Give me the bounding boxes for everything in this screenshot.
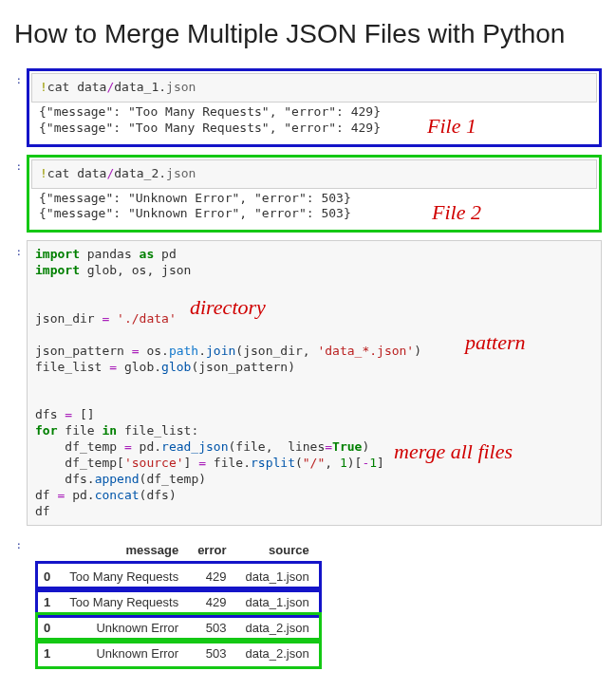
file1-box: !cat data/data_1.json {"message": "Too M… bbox=[27, 68, 602, 147]
file2-box: !cat data/data_2.json {"message": "Unkno… bbox=[27, 155, 602, 233]
code-output-2: {"message": "Unknown Error", "error": 50… bbox=[31, 189, 597, 229]
output-table: message error source 0Too Many Requests4… bbox=[38, 537, 319, 666]
table-header-row: message error source bbox=[38, 537, 319, 564]
annotation-file1: File 1 bbox=[427, 114, 476, 139]
output-cell: : message error source 0Too Many Request… bbox=[14, 533, 602, 666]
col-message: message bbox=[60, 537, 188, 564]
prompt-marker: : bbox=[14, 155, 22, 233]
table-row: 1Too Many Requests429data_1.json bbox=[38, 589, 319, 615]
code-input-3: import pandas as pd import glob, os, jso… bbox=[27, 240, 602, 526]
annotation-file2: File 2 bbox=[432, 200, 481, 225]
prompt-marker: : bbox=[14, 68, 22, 147]
table-row: 1Unknown Error503data_2.json bbox=[38, 641, 319, 666]
code-cell-1: : !cat data/data_1.json {"message": "Too… bbox=[14, 68, 602, 147]
page-title: How to Merge Multiple JSON Files with Py… bbox=[14, 19, 602, 49]
table-row: 0Unknown Error503data_2.json bbox=[38, 615, 319, 641]
code-cell-3: : import pandas as pd import glob, os, j… bbox=[14, 240, 602, 526]
annotation-directory: directory bbox=[190, 295, 266, 320]
prompt-marker: : bbox=[14, 533, 22, 666]
code-input-2: !cat data/data_2.json bbox=[31, 159, 597, 189]
prompt-marker: : bbox=[14, 240, 22, 526]
annotation-pattern: pattern bbox=[465, 330, 526, 355]
annotation-merge: merge all files bbox=[394, 439, 513, 464]
code-cell-2: : !cat data/data_2.json {"message": "Unk… bbox=[14, 155, 602, 233]
col-source: source bbox=[236, 537, 319, 564]
table-row: 0Too Many Requests429data_1.json bbox=[38, 564, 319, 590]
code-output-1: {"message": "Too Many Requests", "error"… bbox=[31, 103, 597, 142]
code-input-1: !cat data/data_1.json bbox=[31, 73, 597, 103]
col-error: error bbox=[188, 537, 235, 564]
